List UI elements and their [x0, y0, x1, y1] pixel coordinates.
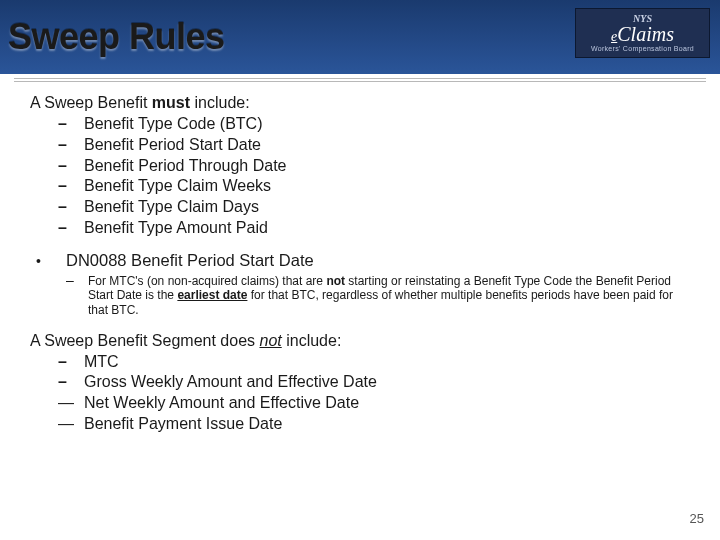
- not-include-list-em: Net Weekly Amount and Effective Date Ben…: [84, 393, 692, 435]
- title-bar: Sweep Rules NYS eClaims Workers' Compens…: [0, 0, 720, 74]
- page-number: 25: [690, 511, 704, 526]
- dn0088-note: For MTC's (on non-acquired claims) that …: [88, 274, 692, 318]
- list-item: Benefit Period Through Date: [84, 156, 692, 177]
- divider: [14, 78, 706, 79]
- list-item: Benefit Payment Issue Date: [84, 414, 692, 435]
- must-include-lead: A Sweep Benefit must include:: [30, 94, 692, 112]
- logo-subtitle: Workers' Compensation Board: [591, 45, 694, 52]
- list-item: Benefit Type Code (BTC): [84, 114, 692, 135]
- list-item: Benefit Type Claim Weeks: [84, 176, 692, 197]
- dn0088-bullet: • DN0088 Benefit Period Start Date: [36, 251, 692, 272]
- not-include-lead: A Sweep Benefit Segment does not include…: [30, 332, 692, 350]
- slide-title: Sweep Rules: [8, 16, 225, 58]
- dn0088-label: DN0088 Benefit Period Start Date: [66, 251, 314, 272]
- slide-body: A Sweep Benefit must include: Benefit Ty…: [0, 82, 720, 435]
- must-include-list: Benefit Type Code (BTC) Benefit Period S…: [84, 114, 692, 239]
- list-item: MTC: [84, 352, 692, 373]
- list-item: Benefit Period Start Date: [84, 135, 692, 156]
- list-item: Gross Weekly Amount and Effective Date: [84, 372, 692, 393]
- list-item: Benefit Type Claim Days: [84, 197, 692, 218]
- logo-eclaims: eClaims: [611, 24, 674, 45]
- not-include-list-dash: MTC Gross Weekly Amount and Effective Da…: [84, 352, 692, 394]
- list-item: Net Weekly Amount and Effective Date: [84, 393, 692, 414]
- bullet-icon: •: [36, 251, 66, 272]
- eclaims-logo: NYS eClaims Workers' Compensation Board: [575, 8, 710, 58]
- list-item: Benefit Type Amount Paid: [84, 218, 692, 239]
